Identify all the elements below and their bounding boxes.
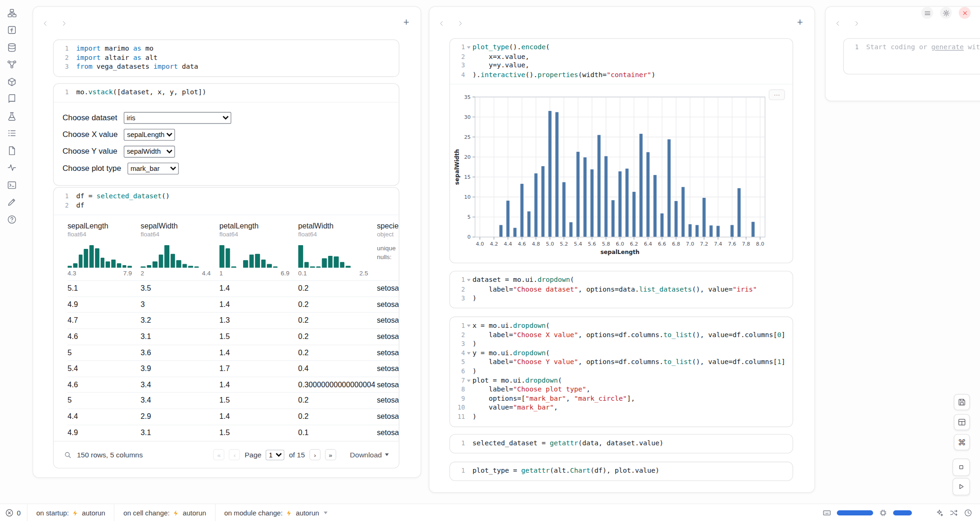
add-cell-button[interactable]: + [794, 17, 806, 28]
settings-button[interactable] [940, 7, 952, 19]
code-editor[interactable]: 1plot_type().encode(2 x=x.value,3 y=y.va… [450, 39, 793, 84]
cpu-usage-bar [837, 510, 873, 515]
documents-icon[interactable] [6, 145, 17, 156]
table-row: 4.63.41.40.30000000000000004setosa [67, 377, 399, 392]
chevron-left-icon[interactable] [438, 20, 446, 28]
help-icon[interactable] [6, 214, 17, 225]
logs-icon[interactable] [6, 128, 17, 138]
menu-button[interactable] [921, 7, 933, 19]
chevron-right-icon[interactable] [456, 20, 464, 28]
dropdown-label: Choose plot type [63, 164, 121, 173]
column-header[interactable]: speciesobjectuniquenulls: [377, 221, 399, 277]
command-palette-button[interactable]: ⌘ [954, 434, 970, 450]
line-number: 1 [54, 45, 69, 54]
file-tree-icon[interactable] [6, 7, 17, 18]
plot-type-select[interactable]: mark_bar [128, 163, 179, 175]
save-button[interactable] [954, 394, 970, 410]
svg-text:7.8: 7.8 [742, 241, 750, 247]
on-module-change-setting[interactable]: on module change: autorun [215, 504, 336, 521]
fold-toggle-icon[interactable] [465, 349, 472, 354]
column-header[interactable]: sepalWidthfloat6424.4 [141, 221, 219, 277]
fold-toggle-icon[interactable] [465, 376, 472, 382]
svg-text:6.6: 6.6 [658, 241, 666, 247]
chevron-right-icon[interactable] [852, 20, 861, 28]
line-number: 9 [450, 395, 465, 404]
line-number: 7 [450, 376, 465, 385]
dataset-select[interactable]: iris [123, 112, 231, 124]
run-all-button[interactable] [953, 478, 970, 495]
page-select[interactable]: 1 [266, 449, 284, 460]
cell-selected-dataset: 1selected_dataset = getattr(data, datase… [449, 434, 793, 453]
svg-text:7.2: 7.2 [700, 241, 709, 247]
column-header[interactable]: petalLengthfloat6416.9 [219, 221, 298, 277]
svg-text:4.8: 4.8 [532, 241, 540, 247]
datasources-icon[interactable] [6, 42, 17, 52]
chevron-left-icon[interactable] [41, 20, 50, 28]
on-cell-change-setting[interactable]: on cell change: autorun [114, 504, 215, 521]
history-icon[interactable] [964, 508, 973, 517]
snippets-icon[interactable] [6, 111, 17, 121]
line-number: 11 [450, 413, 465, 422]
chart-menu-button[interactable]: ⋯ [769, 90, 785, 100]
svg-text:5.4: 5.4 [574, 241, 582, 247]
memory-usage-bar [893, 510, 912, 515]
code-editor[interactable]: 1 Start coding or generate with AI [844, 39, 980, 57]
line-number: 1 [450, 43, 465, 52]
svg-text:5: 5 [467, 215, 471, 221]
svg-text:30: 30 [464, 114, 471, 120]
functions-icon[interactable] [6, 25, 17, 35]
stop-button[interactable] [953, 458, 970, 476]
table-row: 5.13.51.40.2setosa [67, 280, 399, 296]
packages-icon[interactable] [6, 76, 17, 87]
code-editor[interactable]: 1selected_dataset = getattr(data, datase… [450, 435, 793, 453]
svg-text:6.2: 6.2 [630, 241, 638, 247]
download-button[interactable]: Download [350, 451, 389, 458]
cell-imports: 1import marimo as mo2import altair as al… [53, 39, 399, 77]
column-header[interactable]: sepalLengthfloat644.37.9 [67, 221, 141, 277]
code-editor[interactable]: 1import marimo as mo2import altair as al… [54, 40, 399, 76]
documentation-icon[interactable] [6, 93, 17, 104]
altair-chart[interactable]: 4.04.24.44.64.85.05.25.45.65.86.06.26.46… [450, 84, 793, 262]
code-editor[interactable]: 1dataset = mo.ui.dropdown(2 label="Choos… [450, 272, 793, 308]
dependencies-icon[interactable] [6, 59, 17, 70]
x-value-select[interactable]: sepalLength [124, 129, 175, 141]
tracebacks-icon[interactable] [6, 163, 17, 173]
code-editor[interactable]: 1df = selected_dataset()2df [54, 188, 399, 215]
line-number: 1 [54, 192, 69, 202]
column-histogram [298, 243, 368, 268]
column-header[interactable]: petalWidthfloat640.12.5 [298, 221, 377, 277]
search-icon[interactable] [64, 450, 72, 459]
ai-sparkles-icon[interactable] [935, 508, 944, 517]
generate-link[interactable]: generate [931, 43, 964, 52]
line-number: 1 [450, 467, 465, 476]
fold-toggle-icon[interactable] [465, 43, 472, 49]
chevron-right-icon[interactable] [60, 20, 68, 28]
svg-text:5.2: 5.2 [560, 241, 568, 247]
svg-text:sepalWidth: sepalWidth [454, 150, 460, 185]
error-count-badge[interactable]: 0 [0, 508, 27, 517]
first-page-icon[interactable]: « [213, 449, 225, 460]
fold-toggle-icon[interactable] [465, 321, 472, 327]
topbar-controls [921, 7, 970, 19]
next-page-icon[interactable]: › [309, 449, 321, 460]
fold-toggle-icon[interactable] [465, 276, 472, 281]
layout-button[interactable] [954, 414, 970, 430]
last-page-icon[interactable]: » [325, 449, 336, 460]
table-row: 4.63.11.50.2setosa [67, 328, 399, 344]
column-histogram [219, 243, 290, 268]
on-startup-setting[interactable]: on startup: autorun [27, 504, 114, 521]
code-editor[interactable]: 1mo.vstack([dataset, x, y, plot]) [54, 84, 399, 102]
scratchpad-icon[interactable] [6, 180, 17, 190]
prev-page-icon[interactable]: ‹ [229, 449, 240, 460]
line-number: 2 [54, 53, 69, 63]
close-button[interactable] [959, 7, 971, 19]
shuffle-icon[interactable] [949, 508, 958, 517]
svg-text:4.6: 4.6 [518, 241, 526, 247]
add-cell-button[interactable]: + [400, 17, 412, 28]
edit-icon[interactable] [6, 197, 17, 208]
code-editor[interactable]: 1x = mo.ui.dropdown(2 label="Choose X va… [450, 317, 793, 426]
chevron-left-icon[interactable] [834, 20, 842, 28]
code-editor[interactable]: 1plot_type = getattr(alt.Chart(df), plot… [450, 462, 793, 480]
table-row: 53.41.50.2setosa [67, 392, 399, 408]
y-value-select[interactable]: sepalWidth [123, 145, 174, 157]
